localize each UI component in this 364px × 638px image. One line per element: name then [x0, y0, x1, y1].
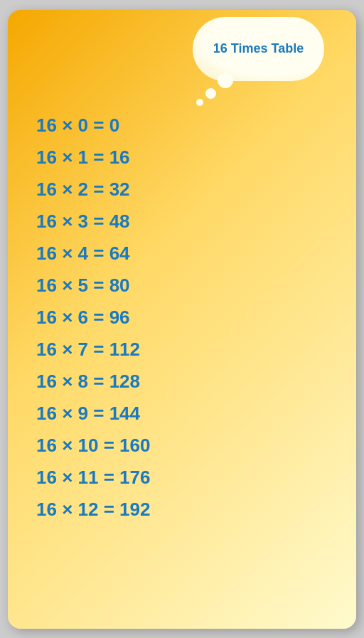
bubble-dot-2 [205, 88, 216, 99]
cloud-bubble: 16 Times Table [178, 17, 335, 95]
bubble-dot-3 [196, 99, 203, 106]
table-row: 16 × 8 = 128 [36, 366, 328, 398]
table-row: 16 × 0 = 0 [36, 110, 328, 142]
bubble-dot-1 [218, 73, 233, 88]
table-row: 16 × 6 = 96 [36, 302, 328, 334]
table-row: 16 × 11 = 176 [36, 462, 328, 494]
table-row: 16 × 1 = 16 [36, 142, 328, 174]
card: 16 Times Table 16 × 0 = 016 × 1 = 1616 ×… [8, 10, 356, 629]
times-table-list: 16 × 0 = 016 × 1 = 1616 × 2 = 3216 × 3 =… [36, 110, 328, 607]
table-row: 16 × 9 = 144 [36, 398, 328, 430]
table-row: 16 × 12 = 192 [36, 494, 328, 526]
table-row: 16 × 7 = 112 [36, 334, 328, 366]
table-row: 16 × 2 = 32 [36, 174, 328, 206]
table-row: 16 × 3 = 48 [36, 206, 328, 238]
table-row: 16 × 4 = 64 [36, 238, 328, 270]
cloud-main-shape: 16 Times Table [193, 17, 324, 81]
table-row: 16 × 10 = 160 [36, 430, 328, 462]
table-row: 16 × 5 = 80 [36, 270, 328, 302]
cloud-title: 16 Times Table [213, 41, 304, 57]
